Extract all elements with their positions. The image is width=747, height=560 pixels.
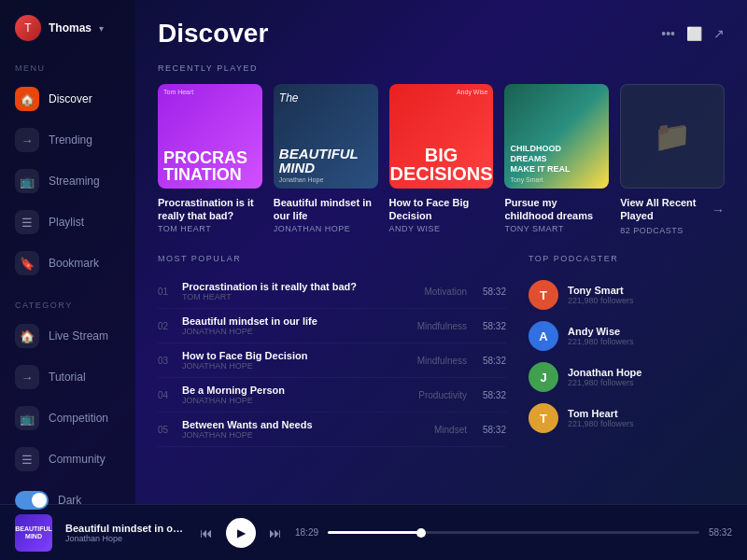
podcaster-followers: 221,980 followers (568, 296, 725, 305)
sidebar-item-livestream[interactable]: 🏠 Live Stream (0, 315, 135, 357)
podcast-author: Andy Wise (389, 224, 494, 233)
sidebar: T Thomas ▾ MENU 🏠 Discover → Trending 📺 … (0, 0, 135, 504)
track-artist: Jonathan Hope (182, 396, 392, 405)
trending-icon: → (15, 128, 39, 152)
podcaster-info: Jonathan Hope 221,980 followers (568, 367, 725, 387)
player-info: Beautiful mindset in our life Jonathan H… (65, 523, 187, 543)
podcaster-name: Tom Heart (568, 408, 725, 419)
podcaster-row[interactable]: T Tom Heart 221,980 followers (529, 398, 725, 439)
category-section-label: CATEGORY (0, 293, 135, 315)
podcaster-followers: 221,980 followers (568, 337, 725, 346)
track-row[interactable]: 03 How to Face Big Decision Jonathan Hop… (158, 343, 506, 378)
track-category: Productivity (402, 390, 467, 400)
header-icons: ••• ⬜ ↗ (661, 26, 725, 41)
track-category: Mindfulness (402, 356, 467, 366)
track-category: Mindfulness (402, 321, 467, 331)
player-controls: ⏮ ▶ ⏭ (200, 518, 282, 548)
track-row[interactable]: 02 Beautiful mindset in our life Jonatha… (158, 309, 506, 343)
sidebar-item-trending[interactable]: → Trending (0, 119, 135, 161)
track-row[interactable]: 01 Procrastination is it really that bad… (158, 274, 506, 309)
thumb-the-label: The (279, 89, 299, 105)
podcast-card-bigdecision[interactable]: Andy Wise BIGDECISIONS How to Face Big D… (389, 84, 494, 235)
avatar: T (15, 15, 41, 41)
sidebar-item-competition[interactable]: 📺 Competition (0, 398, 135, 439)
podcast-thumb-viewall: 📁 (620, 84, 725, 189)
sidebar-item-label: Bookmark (49, 257, 99, 270)
track-info: Be a Morning Person Jonathan Hope (182, 385, 392, 405)
menu-section-label: MENU (0, 56, 135, 78)
podcast-author: Jonathan Hope (274, 224, 378, 233)
sidebar-item-label: Competition (49, 412, 108, 425)
progress-fill (328, 531, 420, 534)
top-podcaster-label: TOP PODCASTER (529, 254, 725, 263)
viewall-arrow-icon: → (712, 203, 725, 217)
track-row[interactable]: 05 Between Wants and Needs Jonathan Hope… (158, 413, 506, 447)
streaming-icon: 📺 (15, 169, 39, 193)
track-info: Procrastination is it really that bad? T… (182, 281, 392, 301)
podcaster-list: T Tony Smart 221,980 followers A Andy Wi… (529, 274, 725, 439)
share-icon[interactable]: ↗ (713, 26, 725, 41)
podcast-card-beautiful[interactable]: The BEAUTIFULMIND Jonathan Hope Beautifu… (274, 84, 378, 235)
main-content: Discover ••• ⬜ ↗ RECENTLY PLAYED Tom Hea… (135, 0, 747, 504)
next-button[interactable]: ⏭ (269, 525, 282, 540)
track-artist: Jonathan Hope (182, 430, 392, 440)
prev-button[interactable]: ⏮ (200, 525, 213, 540)
track-title: Be a Morning Person (182, 385, 392, 396)
track-title: How to Face Big Decision (182, 350, 392, 361)
sidebar-item-playlist[interactable]: ☰ Playlist (0, 202, 135, 243)
podcast-thumb-procrastination: Tom Heart PROCRASTINATION (158, 84, 262, 189)
track-info: Between Wants and Needs Jonathan Hope (182, 419, 392, 440)
page-title: Discover (158, 19, 268, 49)
play-button[interactable]: ▶ (226, 518, 256, 548)
dark-toggle[interactable] (15, 491, 49, 510)
podcaster-avatar: A (529, 321, 558, 351)
content-header: Discover ••• ⬜ ↗ (158, 19, 725, 49)
sidebar-user[interactable]: T Thomas ▾ (0, 15, 135, 56)
track-row[interactable]: 04 Be a Morning Person Jonathan Hope Pro… (158, 378, 506, 413)
podcast-card-procrastination[interactable]: Tom Heart PROCRASTINATION Procrastinatio… (158, 84, 262, 235)
community-icon: ☰ (15, 447, 39, 471)
podcaster-row[interactable]: J Jonathan Hope 221,980 followers (529, 357, 725, 398)
player-progress-area: 18:29 58:32 (295, 527, 732, 538)
podcast-title: Procrastination is it really that bad? (158, 196, 262, 223)
track-duration: 58:32 (476, 390, 506, 400)
podcaster-name: Andy Wise (568, 326, 725, 337)
bookmark-icon: 🔖 (15, 251, 39, 275)
thumb-childhood-text: CHILDHOODDREAMSMAKE IT REAL (510, 144, 570, 174)
monitor-icon[interactable]: ⬜ (686, 26, 702, 41)
thumb-jonathan-label: Jonathan Hope (279, 176, 323, 183)
track-info: Beautiful mindset in our life Jonathan H… (182, 315, 392, 336)
sidebar-item-label: Streaming (49, 175, 100, 188)
sidebar-item-label: Community (49, 453, 106, 466)
progress-bar[interactable] (328, 531, 699, 534)
most-popular-section: MOST POPULAR 01 Procrastination is it re… (158, 254, 506, 447)
track-duration: 58:32 (476, 425, 506, 435)
sidebar-item-community[interactable]: ☰ Community (0, 439, 135, 480)
livestream-icon: 🏠 (15, 324, 39, 348)
track-number: 03 (158, 356, 173, 366)
tutorial-icon: → (15, 365, 39, 389)
track-number: 04 (158, 390, 173, 400)
player-artist: Jonathan Hope (65, 534, 187, 543)
competition-icon: 📺 (15, 406, 39, 430)
track-info: How to Face Big Decision Jonathan Hope (182, 350, 392, 371)
toggle-knob (32, 493, 47, 508)
track-title: Procrastination is it really that bad? (182, 281, 392, 292)
track-artist: Jonathan Hope (182, 361, 392, 371)
podcaster-row[interactable]: A Andy Wise 221,980 followers (529, 315, 725, 357)
thumb-author-label: Tom Heart (163, 89, 193, 95)
track-duration: 58:32 (476, 287, 506, 297)
sidebar-item-tutorial[interactable]: → Tutorial (0, 357, 135, 398)
more-icon[interactable]: ••• (661, 26, 675, 41)
viewall-count: 82 Podcasts (620, 226, 725, 235)
sidebar-item-discover[interactable]: 🏠 Discover (0, 78, 135, 119)
track-category: Motivation (402, 287, 467, 297)
podcast-card-childhood[interactable]: CHILDHOODDREAMSMAKE IT REAL Tony Smart P… (504, 84, 609, 235)
podcast-card-viewall[interactable]: 📁 View All Recent Played → 82 Podcasts (620, 84, 725, 235)
track-title: Between Wants and Needs (182, 419, 392, 430)
podcaster-row[interactable]: T Tony Smart 221,980 followers (529, 274, 725, 315)
track-artist: Jonathan Hope (182, 327, 392, 336)
sidebar-item-streaming[interactable]: 📺 Streaming (0, 161, 135, 202)
podcast-thumb-beautiful: The BEAUTIFULMIND Jonathan Hope (274, 84, 378, 189)
sidebar-item-bookmark[interactable]: 🔖 Bookmark (0, 243, 135, 284)
